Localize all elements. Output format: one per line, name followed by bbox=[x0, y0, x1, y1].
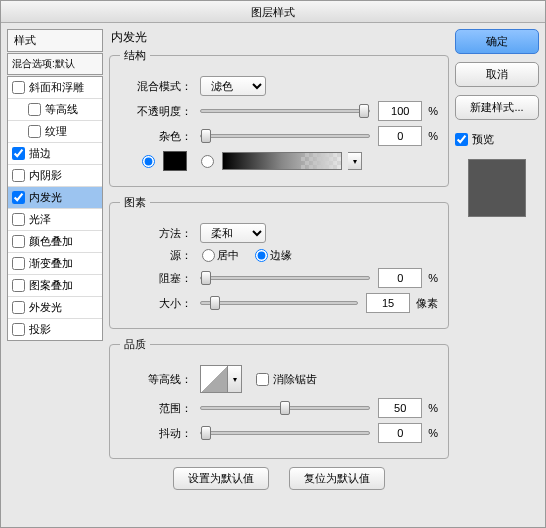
jitter-label: 抖动： bbox=[120, 426, 192, 441]
set-default-button[interactable]: 设置为默认值 bbox=[173, 467, 269, 490]
effect-item-2[interactable]: 纹理 bbox=[8, 121, 102, 143]
effect-checkbox[interactable] bbox=[12, 235, 25, 248]
effect-checkbox[interactable] bbox=[28, 125, 41, 138]
ok-button[interactable]: 确定 bbox=[455, 29, 539, 54]
noise-input[interactable] bbox=[378, 126, 422, 146]
size-unit: 像素 bbox=[416, 296, 438, 311]
styles-heading[interactable]: 样式 bbox=[7, 29, 103, 52]
contour-dropdown-icon[interactable]: ▾ bbox=[228, 365, 242, 393]
solid-color-radio[interactable] bbox=[142, 155, 155, 168]
effects-list: 斜面和浮雕等高线纹理描边内阴影内发光光泽颜色叠加渐变叠加图案叠加外发光投影 bbox=[7, 76, 103, 341]
quality-legend: 品质 bbox=[120, 337, 150, 352]
blend-mode-label: 混合模式： bbox=[120, 79, 192, 94]
range-slider[interactable] bbox=[200, 406, 370, 410]
effect-item-0[interactable]: 斜面和浮雕 bbox=[8, 77, 102, 99]
anti-alias-label: 消除锯齿 bbox=[273, 372, 317, 387]
choke-unit: % bbox=[428, 272, 438, 284]
opacity-input[interactable] bbox=[378, 101, 422, 121]
dialog-title: 图层样式 bbox=[1, 1, 545, 23]
size-slider[interactable] bbox=[200, 301, 358, 305]
effect-checkbox[interactable] bbox=[12, 301, 25, 314]
gradient-swatch[interactable] bbox=[222, 152, 342, 170]
effect-label: 等高线 bbox=[45, 102, 78, 117]
effect-label: 投影 bbox=[29, 322, 51, 337]
effect-checkbox[interactable] bbox=[12, 323, 25, 336]
blend-mode-select[interactable]: 滤色 bbox=[200, 76, 266, 96]
effect-label: 描边 bbox=[29, 146, 51, 161]
effect-label: 内发光 bbox=[29, 190, 62, 205]
noise-slider[interactable] bbox=[200, 134, 370, 138]
effect-checkbox[interactable] bbox=[28, 103, 41, 116]
effect-checkbox[interactable] bbox=[12, 169, 25, 182]
contour-label: 等高线： bbox=[120, 372, 192, 387]
effect-label: 颜色叠加 bbox=[29, 234, 73, 249]
structure-group: 结构 混合模式： 滤色 不透明度： % 杂色： % bbox=[109, 48, 449, 187]
range-input[interactable] bbox=[378, 398, 422, 418]
effect-item-8[interactable]: 渐变叠加 bbox=[8, 253, 102, 275]
effect-label: 斜面和浮雕 bbox=[29, 80, 84, 95]
jitter-unit: % bbox=[428, 427, 438, 439]
color-swatch[interactable] bbox=[163, 151, 187, 171]
gradient-dropdown-icon[interactable]: ▾ bbox=[348, 152, 362, 170]
effect-label: 内阴影 bbox=[29, 168, 62, 183]
cancel-button[interactable]: 取消 bbox=[455, 62, 539, 87]
effect-checkbox[interactable] bbox=[12, 213, 25, 226]
action-panel: 确定 取消 新建样式... 预览 bbox=[455, 29, 539, 521]
noise-unit: % bbox=[428, 130, 438, 142]
effect-item-10[interactable]: 外发光 bbox=[8, 297, 102, 319]
effect-checkbox[interactable] bbox=[12, 279, 25, 292]
size-label: 大小： bbox=[120, 296, 192, 311]
opacity-label: 不透明度： bbox=[120, 104, 192, 119]
source-label: 源： bbox=[120, 248, 192, 263]
effect-item-1[interactable]: 等高线 bbox=[8, 99, 102, 121]
effect-checkbox[interactable] bbox=[12, 81, 25, 94]
effect-item-6[interactable]: 光泽 bbox=[8, 209, 102, 231]
size-input[interactable] bbox=[366, 293, 410, 313]
reset-default-button[interactable]: 复位为默认值 bbox=[289, 467, 385, 490]
elements-group: 图素 方法： 柔和 源： 居中 边缘 阻塞： % bbox=[109, 195, 449, 329]
contour-swatch[interactable] bbox=[200, 365, 228, 393]
jitter-slider[interactable] bbox=[200, 431, 370, 435]
source-edge-radio[interactable] bbox=[255, 249, 268, 262]
effect-checkbox[interactable] bbox=[12, 147, 25, 160]
effect-item-4[interactable]: 内阴影 bbox=[8, 165, 102, 187]
effect-label: 纹理 bbox=[45, 124, 67, 139]
new-style-button[interactable]: 新建样式... bbox=[455, 95, 539, 120]
preview-checkbox[interactable] bbox=[455, 133, 468, 146]
preview-label: 预览 bbox=[472, 132, 494, 147]
source-center-radio[interactable] bbox=[202, 249, 215, 262]
choke-label: 阻塞： bbox=[120, 271, 192, 286]
panel-title: 内发光 bbox=[109, 29, 449, 46]
technique-select[interactable]: 柔和 bbox=[200, 223, 266, 243]
anti-alias-checkbox[interactable] bbox=[256, 373, 269, 386]
range-unit: % bbox=[428, 402, 438, 414]
technique-label: 方法： bbox=[120, 226, 192, 241]
opacity-slider[interactable] bbox=[200, 109, 370, 113]
preview-thumbnail bbox=[468, 159, 526, 217]
effect-item-7[interactable]: 颜色叠加 bbox=[8, 231, 102, 253]
noise-label: 杂色： bbox=[120, 129, 192, 144]
effect-label: 图案叠加 bbox=[29, 278, 73, 293]
effect-item-9[interactable]: 图案叠加 bbox=[8, 275, 102, 297]
effect-label: 光泽 bbox=[29, 212, 51, 227]
source-center-label: 居中 bbox=[217, 248, 239, 263]
source-edge-label: 边缘 bbox=[270, 248, 292, 263]
styles-sidebar: 样式 混合选项:默认 斜面和浮雕等高线纹理描边内阴影内发光光泽颜色叠加渐变叠加图… bbox=[7, 29, 103, 521]
blend-options-heading[interactable]: 混合选项:默认 bbox=[7, 53, 103, 75]
settings-panel: 内发光 结构 混合模式： 滤色 不透明度： % 杂色： % bbox=[109, 29, 449, 521]
quality-group: 品质 等高线： ▾ 消除锯齿 范围： % 抖动： bbox=[109, 337, 449, 459]
effect-item-11[interactable]: 投影 bbox=[8, 319, 102, 340]
effect-checkbox[interactable] bbox=[12, 257, 25, 270]
gradient-radio[interactable] bbox=[201, 155, 214, 168]
opacity-unit: % bbox=[428, 105, 438, 117]
effect-item-5[interactable]: 内发光 bbox=[8, 187, 102, 209]
effect-label: 外发光 bbox=[29, 300, 62, 315]
choke-slider[interactable] bbox=[200, 276, 370, 280]
range-label: 范围： bbox=[120, 401, 192, 416]
effect-item-3[interactable]: 描边 bbox=[8, 143, 102, 165]
choke-input[interactable] bbox=[378, 268, 422, 288]
effect-label: 渐变叠加 bbox=[29, 256, 73, 271]
effect-checkbox[interactable] bbox=[12, 191, 25, 204]
elements-legend: 图素 bbox=[120, 195, 150, 210]
jitter-input[interactable] bbox=[378, 423, 422, 443]
